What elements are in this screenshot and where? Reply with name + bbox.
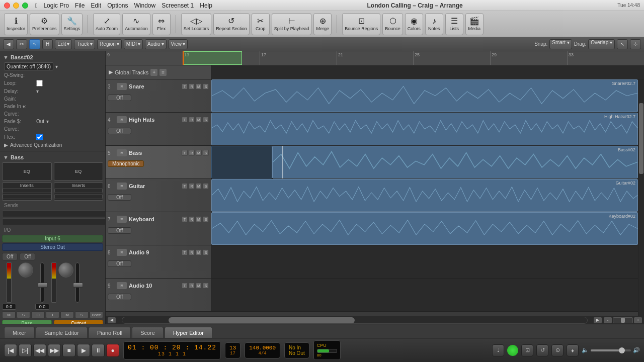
track-s-btn-snare[interactable]: S [203, 83, 209, 89]
automation-button[interactable]: ∿ Automation [122, 13, 150, 35]
close-button[interactable] [4, 3, 10, 9]
menu-file[interactable]: File [75, 2, 85, 9]
fader-value-2[interactable]: 0.0 [35, 304, 49, 310]
stop-button[interactable]: ■ [62, 344, 75, 357]
media-button[interactable]: 🎬 Media [465, 13, 484, 35]
scroll-left-button[interactable]: ◀ [108, 317, 116, 323]
crop-button[interactable]: ✂ Crop [252, 13, 270, 35]
view-dropdown[interactable]: View ▾ [169, 39, 188, 49]
scroll-right-button[interactable]: ▶ [594, 317, 602, 323]
region-bass[interactable]: Bass#02 [272, 146, 638, 178]
region-dropdown[interactable]: Region ▾ [97, 39, 122, 49]
track-m-btn-audio10[interactable]: M [196, 283, 202, 289]
cycle-button[interactable]: ↺ [536, 344, 548, 356]
track-content-highhats[interactable]: High Hats#02.7 [211, 113, 638, 145]
track-off-btn-guitar[interactable]: Off [108, 194, 131, 201]
track-s-btn-bass[interactable]: S [203, 150, 209, 156]
fader-track-2[interactable] [75, 262, 79, 303]
menu-edit[interactable]: Edit [91, 2, 101, 9]
track-m-btn-guitar[interactable]: M [196, 183, 202, 189]
track-content-bass[interactable]: Bass#02 [211, 146, 638, 178]
track-content-audio10[interactable] [211, 279, 638, 311]
region-guitar[interactable]: Guitar#02 [211, 179, 638, 212]
apple-menu[interactable]:  [35, 2, 37, 9]
channel-label[interactable]: Bass [2, 320, 52, 324]
tab-mixer[interactable]: Mixer [4, 327, 35, 338]
fast-forward-button[interactable]: ▶▶ [48, 344, 61, 357]
track-r-btn-highhats[interactable]: R [189, 117, 195, 123]
scrollbar-thumb[interactable] [639, 103, 643, 174]
track-m-btn-audio9[interactable]: M [196, 249, 202, 255]
track-content-audio9[interactable] [211, 245, 638, 278]
tempo-display[interactable]: 140.0000 4/4 [245, 342, 280, 358]
track-dropdown[interactable]: Track ▾ [74, 39, 95, 49]
track-r-btn-audio10[interactable]: R [189, 283, 195, 289]
insert-slot-2[interactable] [3, 194, 51, 199]
menu-options[interactable]: Options [107, 2, 128, 9]
in-button[interactable]: I [46, 311, 59, 318]
pause-button[interactable]: ⏸ [92, 344, 105, 357]
stereo-out-button[interactable]: Stereo Out [2, 243, 103, 251]
track-off-btn-keyboard[interactable]: Off [108, 227, 131, 234]
region-snare[interactable]: Snare#02.7 [211, 79, 638, 112]
preferences-button[interactable]: ⚙ Preferences [30, 13, 59, 35]
minimize-button[interactable] [13, 3, 19, 9]
fadeout-arrow[interactable]: ▾ [46, 119, 49, 124]
go-to-beginning-button[interactable]: |◀ [4, 344, 17, 357]
send-slot-1[interactable] [2, 210, 106, 217]
menu-screenset[interactable]: Screenset 1 [162, 2, 194, 9]
off-button-1[interactable]: Off [2, 253, 18, 260]
track-s-btn-audio10[interactable]: S [203, 283, 209, 289]
track-off-btn-snare[interactable]: Off [108, 95, 131, 101]
track-r-btn-guitar[interactable]: R [189, 183, 195, 189]
play-button[interactable]: ▶ [77, 344, 90, 357]
track-s-btn-highhats[interactable]: S [203, 117, 209, 123]
back-button[interactable]: ◀ [3, 39, 14, 49]
horizontal-scrollbar[interactable] [122, 317, 588, 324]
zoom-slider-thumb[interactable] [621, 318, 625, 323]
settings-button[interactable]: 🔧 Settings [61, 13, 83, 35]
inspector-bass-header[interactable]: ▼ Bass [0, 153, 105, 161]
marquee-tool[interactable]: ⊹ [630, 39, 641, 49]
output-label[interactable]: Output [54, 320, 104, 324]
loop-checkbox[interactable] [36, 80, 43, 86]
inspector-track-header[interactable]: ▼ Bass#02 [0, 53, 105, 61]
mute-button-1[interactable]: M [2, 311, 16, 318]
track-t-btn-keyboard[interactable]: T [182, 216, 188, 222]
quantize-value[interactable]: Quantize: off (3840) [4, 62, 53, 70]
track-m-btn-keyboard[interactable]: M [196, 216, 202, 222]
split-playhead-button[interactable]: ⊢ Split by Playhead [272, 13, 312, 35]
merge-button[interactable]: ⊕ Merge [313, 13, 332, 35]
horizontal-scrollbar-thumb[interactable] [169, 317, 355, 323]
global-tracks-options-button[interactable]: ≡ [159, 69, 167, 76]
track-t-btn-snare[interactable]: T [182, 83, 188, 89]
autopunch-button[interactable]: ⊙ [551, 344, 564, 356]
rewind-button[interactable]: ◀◀ [33, 344, 46, 357]
advanced-quantization-label[interactable]: Advanced Quantization [10, 142, 62, 148]
scissors-tool[interactable]: ✂ [16, 39, 27, 49]
insert-slot-1[interactable] [3, 188, 51, 193]
bnce-button[interactable]: Bnce [90, 311, 103, 318]
audio-dropdown[interactable]: Audio ▾ [145, 39, 167, 49]
solo-button-2[interactable]: S [75, 311, 89, 318]
auto-zoom-button[interactable]: ⤢ Auto Zoom [93, 13, 120, 35]
track-t-btn-highhats[interactable]: T [182, 117, 188, 123]
pencil-tool[interactable]: H [42, 39, 53, 49]
snap-select[interactable]: Smart ▾ [549, 39, 572, 49]
track-mono-btn-bass[interactable]: Monophonic [108, 160, 144, 167]
zoom-out-button[interactable]: - [604, 317, 612, 323]
delay-arrow[interactable]: ▾ [36, 88, 39, 94]
track-r-btn-keyboard[interactable]: R [189, 216, 195, 222]
vertical-scrollbar[interactable] [638, 79, 644, 316]
maximize-button[interactable] [22, 3, 28, 9]
bounce-button[interactable]: ⬡ Bounce [382, 13, 403, 35]
cursor-tool[interactable]: ↖ [617, 39, 628, 49]
pointer-tool[interactable]: ↖ [29, 39, 40, 49]
global-tracks-add-button[interactable]: + [150, 69, 157, 76]
drag-select[interactable]: Overlap ▾ [588, 39, 615, 49]
track-m-btn-snare[interactable]: M [196, 83, 202, 89]
track-t-btn-audio9[interactable]: T [182, 249, 188, 255]
timeline-ruler[interactable]: 9 13 17 21 25 29 33 [106, 51, 644, 65]
region-highhats[interactable]: High Hats#02.7 [211, 113, 638, 145]
time-display[interactable]: 01 : 00 : 20 : 14.22 13 1 1 1 [123, 341, 221, 359]
